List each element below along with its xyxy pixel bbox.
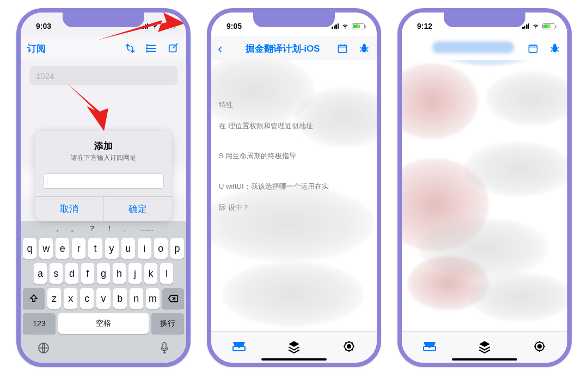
shift-icon[interactable]: [23, 288, 45, 309]
tab-layers[interactable]: [285, 337, 303, 356]
wifi-icon: [531, 23, 540, 29]
key[interactable]: x: [64, 288, 77, 309]
sym-key[interactable]: ，: [53, 224, 61, 234]
phone-2: 9:05 ⚡ ‹ 掘金翻译计划-iOS: [207, 8, 381, 367]
tab-settings[interactable]: [340, 337, 358, 356]
battery-icon: ⚡: [352, 23, 365, 29]
compose-icon[interactable]: [168, 42, 180, 54]
search-placeholder: 1024: [36, 71, 54, 80]
home-indicator: [261, 358, 327, 361]
calendar-icon[interactable]: [527, 42, 539, 54]
status-bar: 9:05 ⚡: [211, 13, 377, 36]
key[interactable]: k: [144, 263, 157, 284]
svg-rect-5: [163, 343, 166, 349]
bug-icon[interactable]: [549, 42, 561, 54]
calendar-icon[interactable]: [336, 42, 348, 54]
nav-title: [419, 41, 527, 56]
svg-point-11: [347, 345, 351, 348]
key[interactable]: d: [65, 263, 78, 284]
key[interactable]: b: [113, 288, 127, 309]
bug-icon[interactable]: [358, 42, 370, 54]
status-indicators: ⚡: [332, 20, 365, 29]
key[interactable]: s: [50, 263, 63, 284]
signal-icon: [141, 23, 148, 29]
status-indicators: ⚡: [522, 20, 555, 29]
key[interactable]: u: [121, 238, 135, 259]
search-input[interactable]: 1024: [29, 66, 177, 85]
wifi-icon: [150, 23, 159, 29]
svg-point-2: [146, 51, 148, 52]
key[interactable]: m: [146, 288, 160, 309]
mic-icon[interactable]: [159, 341, 170, 357]
add-alert: 添加 请在下方输入订阅网址 ▏ 取消 确定: [35, 131, 171, 221]
key[interactable]: q: [23, 238, 36, 259]
sym-key[interactable]: ？: [88, 224, 96, 234]
key[interactable]: g: [97, 263, 110, 284]
wifi-icon: [341, 23, 350, 29]
status-indicators: ⚡: [141, 20, 174, 29]
key[interactable]: w: [39, 238, 53, 259]
sym-key[interactable]: 。: [71, 224, 78, 234]
key[interactable]: c: [80, 288, 94, 309]
key[interactable]: f: [81, 263, 94, 284]
tab-settings[interactable]: [530, 337, 549, 356]
svg-point-1: [146, 48, 148, 49]
status-time: 9:03: [36, 18, 51, 30]
content: 1024 添加 请在下方输入订阅网址 ▏ 取消 确定: [21, 60, 186, 218]
key[interactable]: n: [130, 288, 143, 309]
globe-icon[interactable]: [37, 341, 50, 357]
svg-rect-6: [339, 45, 347, 52]
alert-cancel-button[interactable]: 取消: [35, 197, 104, 221]
tab-inbox[interactable]: [420, 337, 439, 356]
svg-rect-12: [529, 45, 537, 52]
nav-title: 订阅: [27, 42, 124, 55]
key[interactable]: t: [88, 238, 102, 259]
phone-1: 9:03 ⚡ 订阅: [16, 8, 191, 367]
key[interactable]: r: [72, 238, 85, 259]
content-body: [402, 60, 567, 331]
key[interactable]: h: [113, 263, 126, 284]
key[interactable]: y: [105, 238, 119, 259]
nav-bar: 订阅: [21, 36, 186, 60]
svg-point-0: [146, 45, 148, 46]
tab-layers[interactable]: [475, 337, 494, 356]
return-key[interactable]: 换行: [151, 313, 184, 334]
nav-title: 掘金翻译计划-iOS: [229, 42, 336, 55]
signal-icon: [332, 23, 339, 29]
nav-bar: [402, 36, 567, 60]
keyboard: ， 。 ？ ！ 、 ...... q w e r t y u i o p a: [21, 221, 186, 363]
key[interactable]: i: [138, 238, 151, 259]
alert-confirm-button[interactable]: 确定: [104, 197, 172, 221]
key[interactable]: a: [34, 263, 47, 284]
key[interactable]: p: [170, 238, 184, 259]
key[interactable]: z: [47, 288, 61, 309]
list-item[interactable]: S 用生命周期的终极指导: [219, 147, 369, 164]
key[interactable]: j: [128, 263, 142, 284]
alert-title: 添加: [44, 140, 163, 152]
svg-point-17: [538, 345, 541, 348]
nav-bar: ‹ 掘金翻译计划-iOS: [211, 36, 377, 60]
status-bar: 9:12 ⚡: [402, 13, 567, 36]
key[interactable]: o: [154, 238, 168, 259]
alert-cursor: ▏: [47, 178, 51, 185]
key[interactable]: v: [96, 288, 110, 309]
back-icon[interactable]: ‹: [218, 40, 229, 57]
refresh-icon[interactable]: [124, 42, 136, 54]
alert-url-input[interactable]: ▏: [43, 173, 164, 189]
num-switch-key[interactable]: 123: [23, 313, 56, 334]
phone-3: 9:12 ⚡: [397, 8, 572, 367]
battery-icon: ⚡: [161, 23, 174, 29]
sym-key[interactable]: ......: [140, 224, 153, 234]
backspace-icon[interactable]: [162, 288, 184, 309]
sym-key[interactable]: ！: [106, 224, 113, 234]
status-time: 9:05: [226, 18, 242, 30]
home-indicator: [452, 358, 517, 361]
sym-key[interactable]: 、: [123, 224, 131, 234]
space-key[interactable]: 空格: [58, 313, 149, 334]
alert-subtitle: 请在下方输入订阅网址: [44, 153, 163, 163]
list-icon[interactable]: [146, 42, 158, 54]
key[interactable]: e: [56, 238, 69, 259]
tab-inbox[interactable]: [230, 337, 248, 356]
key[interactable]: l: [160, 263, 173, 284]
battery-icon: ⚡: [542, 23, 555, 29]
